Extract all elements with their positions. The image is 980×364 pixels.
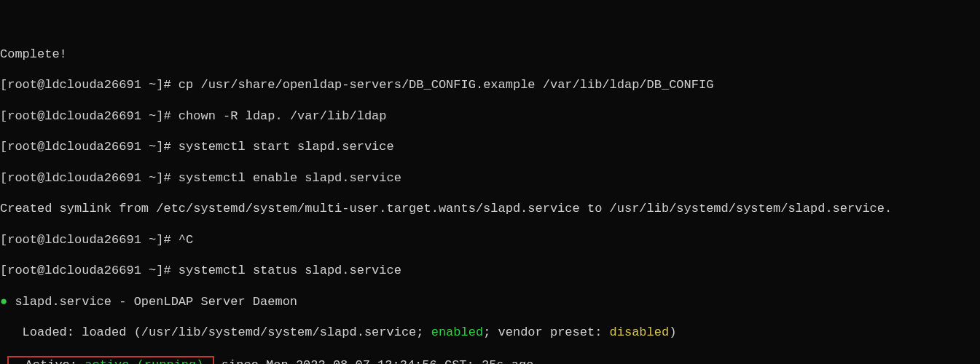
line-complete: Complete! (0, 47, 980, 62)
active-highlight: Active: active (running) (7, 356, 213, 364)
line-start: [root@ldclouda26691 ~]# systemctl start … (0, 139, 980, 154)
line-cp: [root@ldclouda26691 ~]# cp /usr/share/op… (0, 77, 980, 92)
line-status-cmd: [root@ldclouda26691 ~]# systemctl status… (0, 263, 980, 278)
bullet-icon: ● (0, 295, 7, 309)
line-active: Active: active (running) since Mon 2023-… (0, 356, 980, 364)
line-ctrlc: [root@ldclouda26691 ~]# ^C (0, 232, 980, 248)
line-symlink: Created symlink from /etc/systemd/system… (0, 201, 980, 216)
terminal[interactable]: Complete! [root@ldclouda26691 ~]# cp /us… (0, 31, 980, 365)
line-service-name: ● slapd.service - OpenLDAP Server Daemon (0, 294, 980, 309)
line-loaded: Loaded: loaded (/usr/lib/systemd/system/… (0, 325, 980, 340)
line-enable: [root@ldclouda26691 ~]# systemctl enable… (0, 170, 980, 186)
line-chown: [root@ldclouda26691 ~]# chown -R ldap. /… (0, 108, 980, 124)
